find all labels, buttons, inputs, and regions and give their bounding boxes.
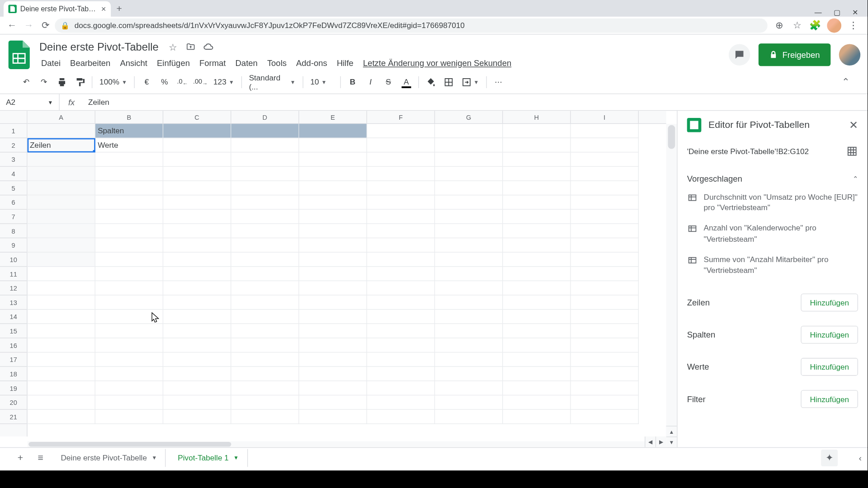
scroll-up-icon[interactable]: ▲ [666, 426, 677, 436]
menu-bearbeiten[interactable]: Bearbeiten [66, 56, 115, 70]
cell[interactable] [299, 124, 367, 138]
col-header-h[interactable]: H [503, 111, 571, 123]
cell[interactable] [367, 381, 435, 396]
row-header[interactable]: 18 [0, 367, 27, 381]
cell[interactable] [28, 281, 95, 296]
cell[interactable] [95, 152, 163, 167]
cell[interactable] [571, 281, 639, 296]
menu-einfuegen[interactable]: Einfügen [153, 56, 194, 70]
cell[interactable] [28, 152, 95, 167]
row-header[interactable]: 15 [0, 324, 27, 338]
text-color-button[interactable]: A [398, 74, 415, 90]
cell[interactable] [571, 210, 639, 224]
cell[interactable] [231, 124, 299, 138]
cell[interactable] [231, 324, 299, 338]
percent-button[interactable]: % [156, 74, 173, 90]
decrease-decimal-button[interactable]: .0← [174, 74, 191, 90]
borders-button[interactable] [440, 74, 457, 90]
cell[interactable] [163, 152, 231, 167]
cell[interactable] [367, 410, 435, 424]
add-values-button[interactable]: Hinzufügen [801, 358, 858, 376]
cell[interactable] [367, 395, 435, 410]
cell[interactable] [28, 410, 95, 424]
menu-format[interactable]: Format [195, 56, 230, 70]
cell[interactable] [95, 267, 163, 281]
cell[interactable] [231, 395, 299, 410]
cell[interactable] [28, 238, 95, 253]
cell[interactable] [503, 181, 571, 196]
chevron-down-icon[interactable]: ▼ [233, 455, 239, 460]
print-button[interactable] [54, 74, 71, 90]
cell[interactable] [503, 253, 571, 267]
cell[interactable] [503, 267, 571, 281]
cell[interactable] [299, 138, 367, 153]
cell[interactable] [95, 410, 163, 424]
cell[interactable] [95, 181, 163, 196]
cell[interactable] [163, 395, 231, 410]
maximize-icon[interactable]: ▢ [834, 8, 840, 16]
font-size-select[interactable]: 10▼ [307, 77, 337, 86]
cell[interactable] [299, 210, 367, 224]
cell[interactable] [367, 210, 435, 224]
cell[interactable] [95, 210, 163, 224]
explore-button[interactable]: ✦ [821, 449, 838, 466]
cell[interactable] [503, 195, 571, 210]
back-button[interactable]: ← [5, 18, 19, 33]
cell[interactable] [299, 310, 367, 324]
redo-button[interactable]: ↷ [36, 74, 52, 90]
cell[interactable] [163, 253, 231, 267]
cell[interactable] [435, 181, 503, 196]
cell[interactable] [435, 167, 503, 181]
cell[interactable] [28, 352, 95, 367]
cell[interactable] [231, 281, 299, 296]
cell[interactable] [435, 210, 503, 224]
row-header[interactable]: 9 [0, 238, 27, 253]
cell[interactable] [571, 167, 639, 181]
cell[interactable] [503, 395, 571, 410]
cell[interactable] [231, 267, 299, 281]
cell[interactable] [503, 367, 571, 381]
row-header[interactable]: 11 [0, 267, 27, 281]
cell[interactable] [503, 124, 571, 138]
cell[interactable] [299, 238, 367, 253]
menu-daten[interactable]: Daten [231, 56, 262, 70]
cell[interactable] [231, 238, 299, 253]
cell[interactable] [231, 296, 299, 310]
menu-addons[interactable]: Add-ons [292, 56, 331, 70]
col-header-c[interactable]: C [163, 111, 231, 123]
cell[interactable] [299, 352, 367, 367]
cell[interactable] [163, 281, 231, 296]
cell[interactable] [231, 167, 299, 181]
increase-decimal-button[interactable]: .00→ [192, 74, 209, 90]
cell[interactable] [571, 181, 639, 196]
cell[interactable] [231, 181, 299, 196]
cell[interactable] [367, 195, 435, 210]
move-icon[interactable] [185, 41, 197, 53]
undo-button[interactable]: ↶ [18, 74, 35, 90]
cell[interactable] [503, 224, 571, 239]
select-range-icon[interactable] [846, 145, 858, 157]
scroll-left-icon[interactable]: ◀ [645, 436, 656, 447]
cell[interactable] [571, 381, 639, 396]
cell[interactable] [163, 238, 231, 253]
cell[interactable] [299, 267, 367, 281]
cell[interactable] [231, 338, 299, 353]
cell[interactable] [571, 367, 639, 381]
cell[interactable] [571, 195, 639, 210]
cell[interactable] [95, 224, 163, 239]
cell[interactable] [503, 310, 571, 324]
strikethrough-button[interactable]: S [380, 74, 397, 90]
cell[interactable] [571, 224, 639, 239]
cell[interactable] [299, 253, 367, 267]
scroll-down-icon[interactable]: ▼ [666, 436, 677, 447]
collapse-toolbar-button[interactable]: ⌃ [842, 76, 849, 88]
cell[interactable] [231, 138, 299, 153]
cell[interactable] [28, 296, 95, 310]
row-header[interactable]: 14 [0, 310, 27, 324]
chevron-down-icon[interactable]: ▼ [151, 455, 157, 460]
cell[interactable] [571, 296, 639, 310]
cell[interactable] [95, 352, 163, 367]
all-sheets-button[interactable]: ≡ [32, 449, 49, 466]
cell[interactable] [28, 253, 95, 267]
cell[interactable] [435, 238, 503, 253]
